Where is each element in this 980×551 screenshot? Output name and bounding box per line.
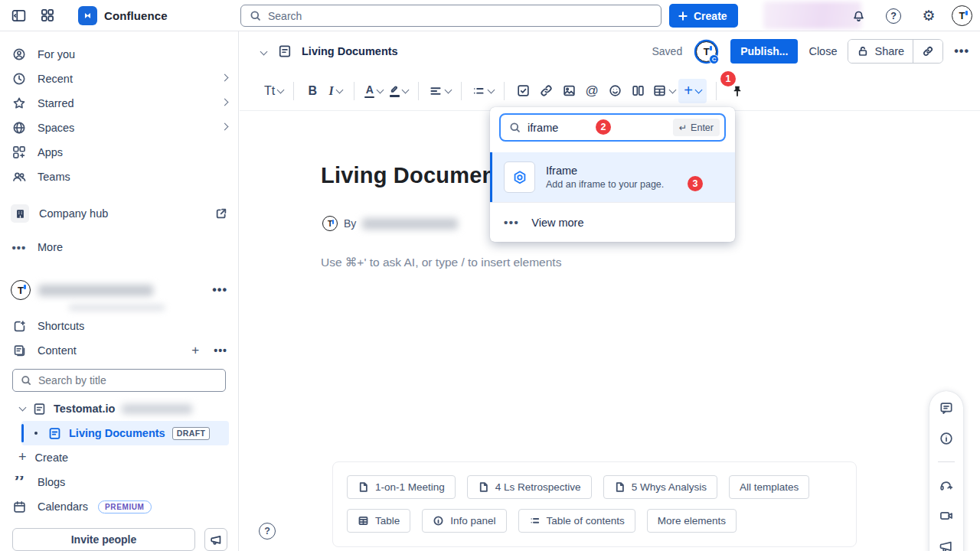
apps-grid-icon	[11, 145, 28, 160]
feedback-megaphone-icon[interactable]	[939, 539, 954, 551]
insert-toc-button[interactable]: Table of contents	[518, 509, 635, 533]
document-title[interactable]: Living Documents	[321, 163, 516, 188]
close-button[interactable]: Close	[808, 45, 837, 57]
video-camera-icon[interactable]	[939, 508, 954, 523]
details-info-icon[interactable]	[939, 431, 954, 446]
content-more-icon[interactable]: •••	[214, 344, 227, 357]
highlight-color-button[interactable]	[386, 79, 411, 103]
space-header-row[interactable]: T •••	[0, 277, 238, 303]
invite-people-button[interactable]: Invite people	[12, 528, 195, 551]
rail-divider	[938, 461, 955, 462]
editor-toolbar: Tt B I A	[240, 71, 980, 111]
globe-icon	[11, 120, 28, 135]
profile-avatar[interactable]: T	[952, 5, 972, 26]
clock-icon	[11, 71, 28, 86]
search-icon	[20, 374, 32, 386]
chevron-right-icon	[221, 74, 229, 82]
announcement-megaphone-icon[interactable]	[204, 528, 227, 551]
table-button[interactable]	[649, 79, 678, 103]
quick-templates-panel: 1-on-1 Meeting 4 Ls Retrospective 5 Whys…	[332, 461, 857, 547]
template-5-whys-analysis[interactable]: 5 Whys Analysis	[603, 475, 717, 499]
insert-image-button[interactable]	[557, 79, 580, 103]
sidebar-item-spaces[interactable]: Spaces	[0, 116, 238, 140]
more-options-icon[interactable]: •••	[954, 44, 969, 58]
template-4ls-retrospective[interactable]: 4 Ls Retrospective	[467, 475, 592, 499]
saved-status: Saved	[652, 45, 682, 57]
copy-link-button[interactable]	[913, 40, 942, 63]
more-elements-button[interactable]: More elements	[647, 509, 737, 533]
sidebar-item-shortcuts[interactable]: Shortcuts	[0, 314, 238, 338]
info-icon	[433, 515, 444, 527]
sidebar-item-teams[interactable]: Teams	[0, 165, 238, 189]
page-icon	[32, 402, 47, 416]
insert-element-button[interactable]: +	[678, 79, 707, 103]
lists-button[interactable]	[469, 79, 497, 103]
confluence-app: Confluence Create ? ⚙ T	[0, 0, 980, 551]
sidebar-item-apps[interactable]: Apps	[0, 140, 238, 165]
tree-item-space[interactable]: Testomat.io	[0, 396, 238, 421]
bold-button[interactable]: B	[301, 79, 324, 103]
top-navigation-bar: Confluence Create ? ⚙ T	[0, 0, 980, 31]
notifications-bell-icon[interactable]	[846, 4, 871, 28]
mention-button[interactable]: @	[580, 79, 603, 103]
columns-icon	[631, 83, 645, 98]
bullet-list-icon	[472, 84, 485, 98]
breadcrumb-chevron-icon[interactable]	[260, 47, 268, 55]
confluence-home-link[interactable]: Confluence	[78, 6, 168, 25]
sidebar-item-more[interactable]: ••• More	[0, 235, 238, 259]
invite-people-row: Invite people	[0, 528, 238, 551]
sidebar-item-content[interactable]: Content + •••	[0, 338, 238, 363]
tree-create-button[interactable]: + Create	[0, 445, 238, 470]
text-styles-button[interactable]: Tt	[261, 79, 286, 103]
sidebar: For you Recent Starred Spaces Apps	[0, 31, 239, 551]
publish-button[interactable]: Publish...	[730, 39, 798, 64]
sidebar-item-starred[interactable]: Starred	[0, 91, 238, 116]
editor-help-button[interactable]: ?	[259, 523, 276, 540]
app-switcher-icon[interactable]	[35, 3, 60, 28]
unlock-icon	[857, 45, 869, 57]
layouts-button[interactable]	[626, 79, 649, 103]
insert-table-button[interactable]: Table	[347, 509, 410, 533]
support-headset-icon[interactable]	[939, 478, 954, 493]
content-search[interactable]	[12, 369, 226, 392]
share-button[interactable]: Share	[848, 40, 913, 63]
chevron-down-icon	[669, 86, 677, 93]
sidebar-item-blogs[interactable]: ” Blogs	[0, 470, 238, 494]
tree-item-living-documents[interactable]: Living Documents DRAFT	[21, 421, 229, 445]
teams-people-icon	[11, 169, 28, 184]
text-color-button[interactable]: A	[361, 79, 386, 103]
ellipsis-icon: •••	[504, 216, 519, 229]
comments-icon[interactable]	[939, 400, 954, 416]
collaborator-avatar[interactable]: T C	[696, 41, 717, 62]
emoji-button[interactable]	[603, 79, 626, 103]
collapse-sidebar-icon[interactable]	[6, 3, 31, 28]
sidebar-item-calendars[interactable]: Calendars PREMIUM	[0, 494, 238, 519]
alignment-button[interactable]	[426, 79, 454, 103]
create-button[interactable]: Create	[669, 4, 738, 28]
plus-icon	[677, 10, 689, 22]
view-more-button[interactable]: ••• View more	[490, 202, 735, 242]
template-1on1-meeting[interactable]: 1-on-1 Meeting	[347, 475, 456, 499]
insert-search-field[interactable]: ↵Enter	[499, 113, 726, 142]
chevron-down-icon	[335, 86, 343, 93]
sidebar-item-company-hub[interactable]: Company hub	[0, 201, 238, 226]
premium-badge: PREMIUM	[98, 500, 151, 514]
breadcrumb-page-title[interactable]: Living Documents	[302, 45, 398, 57]
bullet-icon	[34, 432, 38, 435]
add-content-icon[interactable]: +	[191, 344, 199, 357]
content-search-input[interactable]	[38, 374, 218, 386]
space-more-icon[interactable]: •••	[212, 283, 227, 297]
help-icon[interactable]: ?	[881, 4, 906, 28]
italic-button[interactable]: I	[324, 79, 347, 103]
insert-link-button[interactable]	[534, 79, 557, 103]
all-templates-button[interactable]: All templates	[729, 475, 809, 499]
insert-info-panel-button[interactable]: Info panel	[422, 509, 506, 533]
global-search[interactable]	[240, 5, 662, 27]
chevron-down-icon	[19, 404, 27, 412]
sidebar-item-recent[interactable]: Recent	[0, 67, 238, 91]
task-list-button[interactable]	[511, 79, 534, 103]
sidebar-item-for-you[interactable]: For you	[0, 42, 238, 67]
global-search-input[interactable]	[268, 10, 653, 22]
settings-gear-icon[interactable]: ⚙	[916, 4, 941, 28]
chevron-down-icon	[402, 86, 410, 93]
